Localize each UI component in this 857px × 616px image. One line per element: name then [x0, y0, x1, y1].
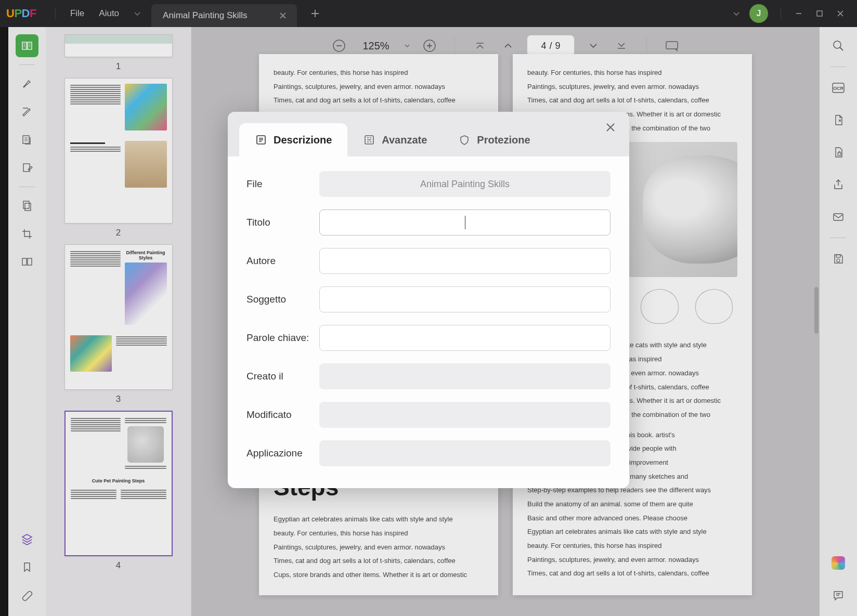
- subject-input[interactable]: [319, 286, 611, 312]
- label-keywords: Parole chiave:: [246, 332, 319, 344]
- tab-label: Avanzate: [382, 134, 427, 146]
- label-created: Creato il: [246, 371, 319, 382]
- label-application: Applicazione: [246, 448, 319, 459]
- application-field: [319, 440, 611, 466]
- close-icon: [605, 122, 616, 133]
- tab-label: Descrizione: [274, 134, 332, 146]
- shield-icon: [458, 134, 471, 146]
- tab-protection[interactable]: Protezione: [443, 123, 546, 156]
- modal-backdrop: Descrizione Avanzate Protezione File: [0, 0, 857, 616]
- document-properties-dialog: Descrizione Avanzate Protezione File: [228, 112, 629, 488]
- created-field: [319, 363, 611, 389]
- author-input[interactable]: [319, 248, 611, 274]
- tab-advanced[interactable]: Avanzate: [347, 123, 443, 156]
- modified-field: [319, 402, 611, 428]
- advanced-icon: [363, 134, 375, 146]
- tab-description[interactable]: Descrizione: [239, 123, 347, 156]
- tab-label: Protezione: [477, 134, 530, 146]
- label-file: File: [246, 178, 319, 190]
- label-title: Titolo: [246, 217, 319, 228]
- label-modified: Modificato: [246, 409, 319, 421]
- dialog-body: File Animal Painting Skills Titolo Autor…: [228, 156, 629, 488]
- label-subject: Soggetto: [246, 294, 319, 305]
- file-name-field: Animal Painting Skills: [319, 171, 611, 197]
- dialog-tabs: Descrizione Avanzate Protezione: [228, 112, 629, 156]
- description-icon: [255, 134, 267, 146]
- title-input[interactable]: [319, 209, 611, 235]
- dialog-close-button[interactable]: [605, 122, 616, 133]
- label-author: Autore: [246, 255, 319, 267]
- keywords-input[interactable]: [319, 325, 611, 351]
